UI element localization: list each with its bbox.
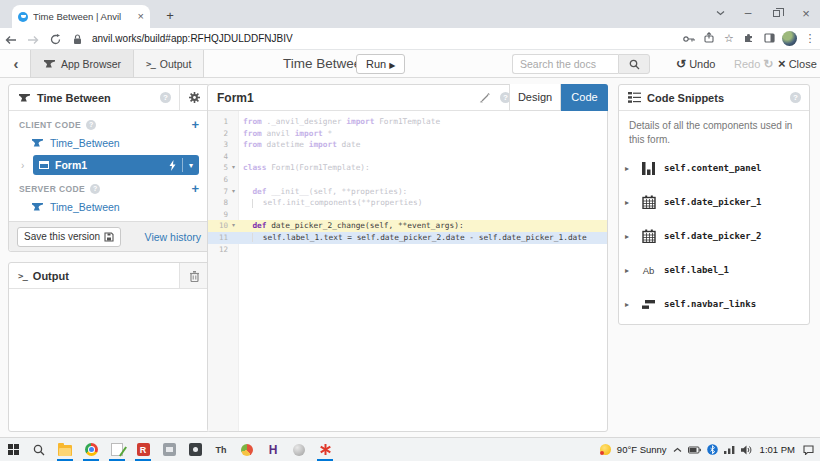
code-line[interactable]: 3from datetime import date [208,139,607,151]
fold-arrow-icon[interactable]: ▾ [228,186,239,198]
bluetooth-icon[interactable] [707,444,718,455]
clock[interactable]: 1:01 PM [760,444,795,455]
tab-output[interactable]: >_ Output [133,50,204,78]
code-line[interactable]: 8 self.init_components(**properties) [208,197,607,209]
notes-app-icon [111,443,123,456]
help-icon[interactable]: ? [90,184,100,194]
window-minimize-button[interactable]: – [736,0,760,26]
taskbar-chrome[interactable] [78,438,104,461]
help-icon[interactable]: ? [160,92,171,103]
view-history-link[interactable]: View history [145,231,201,243]
redo-button[interactable]: Redo ↻ [734,50,773,78]
taskbar-gray-window-app[interactable] [156,438,182,461]
back-icon[interactable] [0,32,22,44]
lock-icon[interactable] [66,32,88,45]
code-line[interactable]: 1from ._anvil_designer import Form1Templ… [208,116,607,128]
code-line[interactable]: 10▾ def date_picker_2_change(self, **eve… [208,220,607,232]
side-panel-icon[interactable] [759,33,779,45]
run-button[interactable]: Run▶ [356,54,405,74]
ide-back-chevron[interactable]: ‹ [6,54,26,74]
code-editor[interactable]: 1from ._anvil_designer import Form1Templ… [208,111,607,431]
code-line[interactable]: 11 self.label_1.text = self.date_picker_… [208,232,607,244]
form-dropdown-caret-icon[interactable]: ▾ [189,161,193,170]
taskbar-camera-app[interactable] [182,438,208,461]
taskbar-h-app[interactable]: H [260,438,286,461]
extensions-puzzle-icon[interactable] [739,32,759,45]
expand-icon[interactable] [479,92,491,106]
client-module-row[interactable]: Time_Between [9,137,209,149]
help-icon[interactable]: ? [86,120,96,130]
code-line[interactable]: 7▾ def __init__(self, **properties): [208,186,607,198]
lightning-bolt-icon[interactable] [169,160,176,171]
snippet-item-content-panel[interactable]: ▸self.content_panel [625,151,799,185]
fold-arrow-icon[interactable]: ▾ [228,220,239,232]
server-module-row[interactable]: Time_Between [9,201,209,213]
weather-sun-icon[interactable] [600,444,611,455]
taskbar-search[interactable] [26,438,52,461]
editor-header: Form1 ? Design Code [208,85,607,111]
help-icon[interactable]: ? [790,92,801,103]
window-restore-button[interactable] [764,0,788,26]
save-version-button[interactable]: Save this version [17,227,121,247]
expand-arrow-icon[interactable]: ▸ [625,300,633,309]
forward-icon[interactable] [22,32,44,44]
taskbar-paint-app[interactable] [234,438,260,461]
search-button[interactable] [618,54,650,74]
tab-app-browser[interactable]: App Browser [30,50,134,78]
url-text[interactable]: anvil.works/build#app:RFHQJDULDDFNJBIV [92,33,679,44]
output-console[interactable] [9,289,209,431]
snippet-item-date-picker-2[interactable]: ▸self.date_picker_2 [625,219,799,253]
battery-icon[interactable] [688,446,701,454]
weather-text[interactable]: 90°F Sunny [617,444,667,455]
expand-arrow-icon[interactable]: ▸ [625,198,633,207]
window-close-button[interactable]: × [794,0,818,26]
taskbar-file-explorer[interactable] [52,438,78,461]
expand-arrow-icon[interactable]: ▸ [625,164,633,173]
share-icon[interactable] [699,32,719,45]
code-line[interactable]: 6 [208,174,607,186]
undo-button[interactable]: ↺ Undo [676,50,715,78]
tab-close-icon[interactable]: × [138,11,144,22]
snippet-item-date-picker-1[interactable]: ▸self.date_picker_1 [625,185,799,219]
server-module-link[interactable]: Time_Between [50,201,120,213]
clear-output-button[interactable] [179,263,209,288]
design-tab[interactable]: Design [509,84,561,111]
volume-icon[interactable] [741,445,752,455]
add-server-code-button[interactable]: + [191,184,199,194]
action-center-icon[interactable] [803,445,814,455]
taskbar-r-app[interactable]: R [130,438,156,461]
profile-avatar[interactable] [782,31,797,46]
refresh-icon[interactable] [44,32,66,45]
form1-item-selected[interactable]: Form1 ▾ [33,155,199,175]
add-client-code-button[interactable]: + [191,120,199,130]
snippet-item-navbar-links[interactable]: ▸self.navbar_links [625,287,799,321]
taskbar-notes-app[interactable] [104,438,130,461]
code-line[interactable]: 5▾class Form1(Form1Template): [208,162,607,174]
close-button[interactable]: × Close [778,50,817,78]
code-line[interactable]: 9 [208,209,607,221]
code-line[interactable]: 12 [208,244,607,256]
expand-arrow-icon[interactable]: ▸ [625,266,633,275]
tree-collapsed-icon[interactable]: › [21,160,33,171]
fold-arrow-icon[interactable]: ▾ [228,162,239,174]
code-line[interactable]: 4 [208,151,607,163]
network-icon[interactable] [724,445,735,454]
taskbar-sphere-app[interactable] [286,438,312,461]
expand-arrow-icon[interactable]: ▸ [625,232,633,241]
taskbar-start[interactable] [0,438,26,461]
search-input[interactable] [512,54,618,74]
settings-gear-button[interactable] [179,85,209,110]
window-menu-chevron-icon[interactable] [708,0,732,26]
browser-tab[interactable]: Time Between | Anvil × [12,5,150,28]
client-module-link[interactable]: Time_Between [50,137,120,149]
password-key-icon[interactable] [679,33,699,45]
tray-chevron-up-icon[interactable] [673,447,682,453]
taskbar-thonny-app[interactable]: Th [208,438,234,461]
code-tab-active[interactable]: Code [561,84,608,111]
snippet-item-label-1[interactable]: ▸Abself.label_1 [625,253,799,287]
new-tab-button[interactable]: + [160,6,180,26]
bookmark-star-icon[interactable]: ☆ [719,32,739,45]
code-line[interactable]: 2from anvil import * [208,128,607,140]
taskbar-red-asterisk-app[interactable] [312,438,338,461]
browser-menu-icon[interactable]: ⋮ [800,32,820,45]
